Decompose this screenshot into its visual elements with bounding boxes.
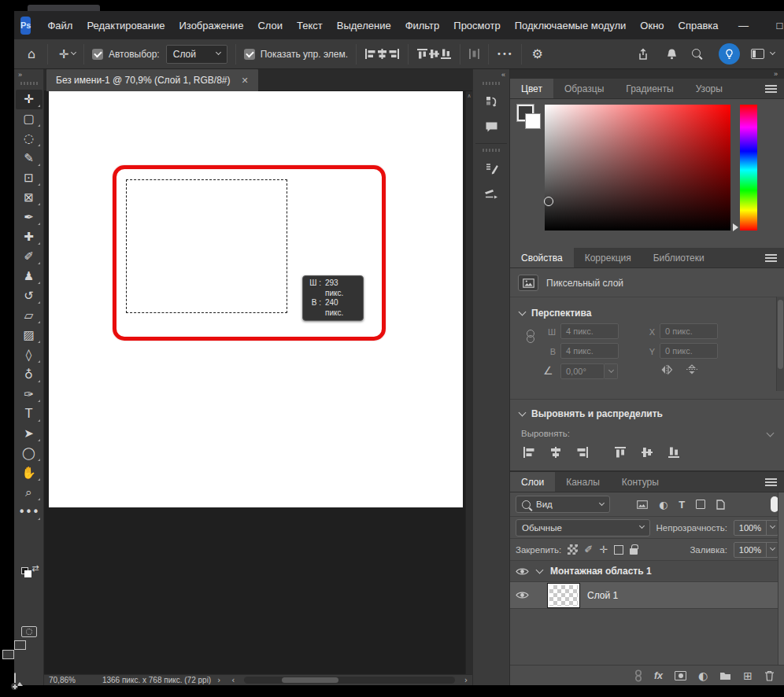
y-field[interactable]: 0 пикс.: [660, 343, 718, 359]
menu-item[interactable]: Выделение: [330, 20, 398, 31]
menu-item[interactable]: Просмотр: [446, 20, 507, 31]
swap-colors-icon[interactable]: ⇄: [14, 565, 43, 577]
menu-item[interactable]: Файл: [40, 20, 80, 31]
align-center-horizontal-icon[interactable]: [549, 446, 562, 459]
dodge-tool[interactable]: ♁: [16, 365, 43, 385]
ellipse-tool[interactable]: ◯: [16, 444, 43, 463]
maximize-button[interactable]: □: [762, 11, 784, 39]
new-layer-icon[interactable]: ⊞: [743, 669, 753, 682]
visibility-eye-icon[interactable]: [516, 567, 529, 576]
tab-adjustments[interactable]: Коррекция: [574, 248, 642, 267]
dock-collapse-icon[interactable]: «: [473, 69, 509, 80]
chevron-down-icon[interactable]: [770, 50, 775, 55]
filter-shape-layers-icon[interactable]: [696, 500, 705, 509]
autoselect-checkbox[interactable]: [92, 49, 103, 60]
frame-tool[interactable]: ⊠: [16, 188, 43, 208]
width-field[interactable]: 4 пикс.: [560, 323, 619, 339]
history-panel-icon[interactable]: [475, 90, 507, 113]
eyedropper-tool[interactable]: ✒: [16, 208, 43, 227]
menu-item[interactable]: Окно: [633, 20, 671, 31]
link-dimensions-icon[interactable]: [526, 330, 534, 344]
transform-section-header[interactable]: Перспектива: [520, 308, 591, 319]
document-tab[interactable]: Без имени-1 @ 70,9% (Слой 1, RGB/8#) ✕: [46, 69, 258, 91]
menu-item[interactable]: Слои: [250, 20, 290, 31]
show-transform-controls-checkbox[interactable]: [244, 49, 255, 60]
layer-thumbnail[interactable]: [548, 584, 579, 607]
clone-stamp-tool[interactable]: ♟: [16, 267, 43, 286]
delete-layer-trash-icon[interactable]: [764, 670, 775, 681]
document-info[interactable]: 1366 пикс. x 768 пикс. (72 ppi): [102, 676, 211, 684]
quick-mask-icon[interactable]: [14, 626, 43, 637]
tools-panel-expand-icon[interactable]: »: [14, 69, 43, 80]
menu-item[interactable]: Справка: [671, 20, 726, 31]
flip-horizontal-icon[interactable]: [660, 364, 674, 375]
crop-tool[interactable]: ⊡: [16, 168, 43, 188]
new-group-folder-icon[interactable]: [719, 671, 731, 680]
tab-libraries[interactable]: Библиотеки: [642, 248, 716, 267]
horizontal-scrollbar[interactable]: [244, 677, 455, 684]
align-left-icon[interactable]: [523, 446, 535, 459]
discover-lightbulb-icon[interactable]: [719, 43, 740, 65]
more-options-icon[interactable]: •••: [497, 50, 513, 58]
panel-expand-icon[interactable]: »: [510, 69, 784, 79]
chevron-down-icon[interactable]: [536, 566, 544, 574]
gradient-tool[interactable]: ▨: [16, 326, 43, 345]
hand-tool[interactable]: ✋: [16, 463, 43, 483]
panel-grip[interactable]: [20, 82, 38, 85]
home-icon[interactable]: ⌂: [24, 46, 39, 61]
layer-styles-fx-icon[interactable]: fx: [654, 670, 663, 681]
align-right-icon[interactable]: [388, 48, 400, 60]
add-layer-mask-icon[interactable]: [675, 671, 686, 680]
artboard-name[interactable]: Монтажная область 1: [550, 566, 652, 577]
type-tool[interactable]: T: [16, 404, 43, 424]
eraser-tool[interactable]: ▱: [16, 306, 43, 326]
layers-scrollbar[interactable]: [778, 492, 784, 665]
tab-gradients[interactable]: Градиенты: [615, 79, 684, 98]
angle-dropdown-icon[interactable]: [605, 363, 618, 379]
document-viewport[interactable]: Ш :293 пикс. В :240 пикс. ∧: [44, 91, 472, 674]
filter-smart-objects-icon[interactable]: [716, 500, 725, 510]
selection-marquee[interactable]: [126, 179, 287, 313]
pen-tool[interactable]: ✑: [16, 385, 43, 404]
section-scroll-icon[interactable]: [767, 430, 775, 437]
tab-patterns[interactable]: Узоры: [685, 79, 734, 98]
move-tool-icon[interactable]: ✛: [56, 47, 72, 61]
filter-type-layers-icon[interactable]: T: [679, 499, 685, 511]
close-tab-icon[interactable]: ✕: [242, 76, 249, 86]
chevron-down-icon[interactable]: [766, 543, 778, 557]
background-color-swatch[interactable]: [526, 114, 540, 128]
align-right-icon[interactable]: [576, 446, 589, 459]
panel-menu-icon[interactable]: [765, 254, 777, 262]
lock-paint-icon[interactable]: ✐: [584, 544, 593, 555]
filter-adjustment-layers-icon[interactable]: ◐: [659, 499, 668, 511]
opacity-value[interactable]: 100%: [734, 521, 766, 535]
panel-menu-icon[interactable]: [765, 478, 777, 486]
artboard-row[interactable]: Монтажная область 1: [510, 561, 784, 582]
scroll-right-icon[interactable]: ›: [464, 676, 468, 684]
brush-settings-panel-icon[interactable]: [475, 157, 507, 180]
link-layers-icon[interactable]: [634, 669, 642, 682]
height-field[interactable]: 4 пикс.: [560, 343, 619, 359]
tab-paths[interactable]: Контуры: [611, 472, 670, 492]
panel-grip[interactable]: [483, 82, 500, 85]
blend-mode-dropdown[interactable]: Обычные: [516, 519, 650, 537]
menu-item[interactable]: Подключаемые модули: [508, 20, 634, 31]
history-brush-tool[interactable]: ↺: [16, 286, 43, 306]
fill-control[interactable]: 100%: [734, 542, 778, 558]
path-selection-tool[interactable]: ➤: [16, 424, 43, 444]
comments-panel-icon[interactable]: [475, 115, 507, 138]
layer-filter-dropdown[interactable]: Вид: [516, 496, 610, 513]
tab-properties[interactable]: Свойства: [510, 248, 574, 267]
layer-row-selected[interactable]: Слой 1: [510, 582, 784, 609]
filter-pixel-layers-icon[interactable]: [637, 500, 648, 509]
menu-item[interactable]: Текст: [290, 20, 330, 31]
panel-menu-icon[interactable]: [765, 85, 777, 93]
lock-position-icon[interactable]: ✛: [599, 544, 608, 555]
scroll-up-icon[interactable]: ∧: [466, 93, 472, 99]
hue-slider-arrow[interactable]: [733, 223, 738, 231]
tab-channels[interactable]: Каналы: [555, 472, 611, 492]
workspace-icon[interactable]: [751, 49, 764, 59]
status-next-icon[interactable]: ›: [217, 676, 220, 684]
menu-item[interactable]: Фильтр: [398, 20, 447, 31]
angle-field[interactable]: 0,00°: [560, 363, 605, 379]
